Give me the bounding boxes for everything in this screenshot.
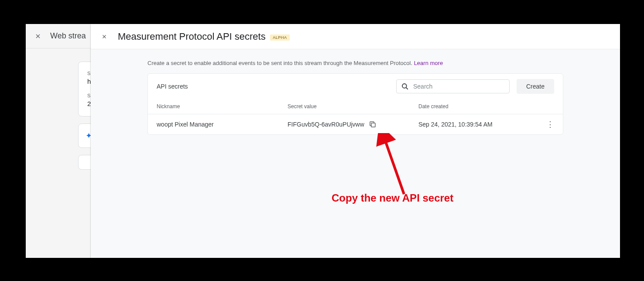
secrets-panel: API secrets Create Nickname Secret value… [147, 73, 563, 135]
table-row: woopt Pixel Manager FIFGuvb5Q-6avR0uPUjv… [148, 114, 563, 134]
panel-title: API secrets [157, 83, 389, 90]
col-header-secret: Secret value [288, 103, 418, 110]
modal-header: Measurement Protocol API secrets ALPHA [91, 24, 620, 49]
learn-more-link[interactable]: Learn more [414, 60, 443, 66]
panel-header: API secrets Create [148, 74, 563, 99]
search-input[interactable] [413, 83, 505, 90]
search-icon [401, 82, 409, 90]
alpha-badge: ALPHA [270, 34, 290, 41]
row-date: Sep 24, 2021, 10:39:54 AM [418, 121, 541, 128]
close-icon[interactable] [101, 34, 107, 40]
col-header-nickname: Nickname [157, 103, 288, 110]
copy-icon[interactable] [369, 120, 377, 128]
table-header: Nickname Secret value Date created [148, 99, 563, 114]
more-actions-icon[interactable]: ⋮ [541, 120, 554, 128]
modal-title-wrap: Measurement Protocol API secrets ALPHA [118, 31, 290, 42]
description-text: Create a secret to enable additional eve… [147, 60, 563, 66]
annotation-arrow [376, 133, 411, 199]
svg-line-5 [406, 88, 408, 89]
api-secrets-modal: Measurement Protocol API secrets ALPHA C… [91, 24, 620, 258]
svg-rect-6 [371, 123, 375, 127]
modal-title: Measurement Protocol API secrets [118, 31, 266, 42]
row-secret-value: FIFGuvb5Q-6avR0uPUjvww [288, 121, 364, 128]
close-icon[interactable] [34, 33, 41, 40]
create-button[interactable]: Create [517, 79, 554, 94]
svg-point-4 [402, 84, 407, 88]
row-nickname: woopt Pixel Manager [157, 121, 288, 128]
col-header-date: Date created [418, 103, 541, 110]
modal-body: Create a secret to enable additional eve… [91, 49, 620, 258]
svg-line-8 [384, 138, 404, 194]
row-secret-wrap: FIFGuvb5Q-6avR0uPUjvww [288, 120, 418, 128]
description-label: Create a secret to enable additional eve… [147, 60, 414, 66]
search-box[interactable] [396, 79, 510, 93]
background-title: Web strea [50, 31, 86, 41]
